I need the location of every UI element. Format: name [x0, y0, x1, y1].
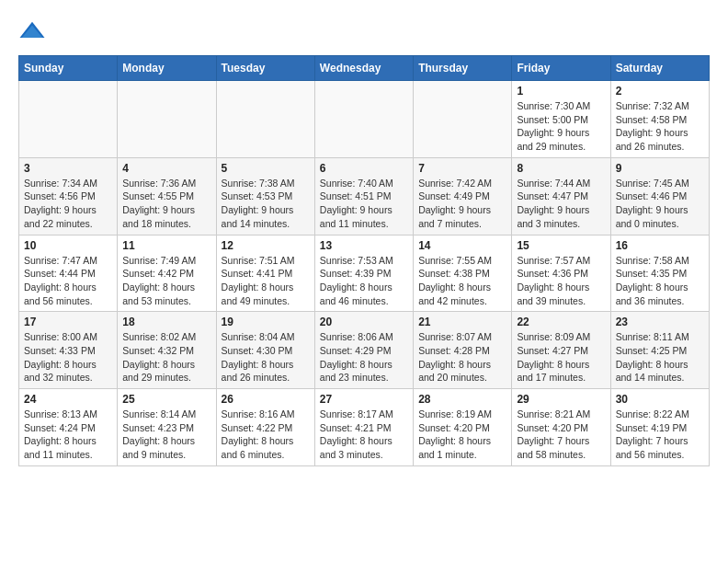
calendar-cell: 11Sunrise: 7:49 AM Sunset: 4:42 PM Dayli… [118, 235, 216, 312]
calendar-cell: 2Sunrise: 7:32 AM Sunset: 4:58 PM Daylig… [610, 81, 709, 158]
calendar-cell: 3Sunrise: 7:34 AM Sunset: 4:56 PM Daylig… [19, 157, 118, 235]
calendar-cell: 16Sunrise: 7:58 AM Sunset: 4:35 PM Dayli… [610, 235, 709, 312]
calendar-cell: 29Sunrise: 8:21 AM Sunset: 4:20 PM Dayli… [512, 389, 610, 466]
day-number: 14 [418, 239, 506, 252]
day-number: 18 [122, 316, 210, 328]
week-row: 17Sunrise: 8:00 AM Sunset: 4:33 PM Dayli… [19, 312, 710, 389]
calendar-table: SundayMondayTuesdayWednesdayThursdayFrid… [18, 55, 710, 466]
calendar-cell [314, 81, 413, 158]
day-number: 30 [616, 393, 704, 406]
calendar-cell: 12Sunrise: 7:51 AM Sunset: 4:41 PM Dayli… [216, 235, 314, 312]
day-info: Sunrise: 8:17 AM Sunset: 4:21 PM Dayligh… [320, 408, 408, 462]
day-info: Sunrise: 7:57 AM Sunset: 4:36 PM Dayligh… [517, 254, 605, 308]
day-info: Sunrise: 8:09 AM Sunset: 4:27 PM Dayligh… [517, 330, 605, 385]
day-info: Sunrise: 7:47 AM Sunset: 4:44 PM Dayligh… [24, 254, 112, 308]
calendar-cell: 15Sunrise: 7:57 AM Sunset: 4:36 PM Dayli… [512, 235, 610, 312]
calendar-cell: 27Sunrise: 8:17 AM Sunset: 4:21 PM Dayli… [314, 389, 413, 466]
week-row: 3Sunrise: 7:34 AM Sunset: 4:56 PM Daylig… [19, 157, 710, 235]
day-number: 9 [616, 162, 704, 175]
day-info: Sunrise: 7:51 AM Sunset: 4:41 PM Dayligh… [222, 254, 310, 308]
day-number: 10 [24, 239, 112, 252]
day-number: 21 [418, 316, 506, 328]
day-info: Sunrise: 8:00 AM Sunset: 4:33 PM Dayligh… [24, 330, 112, 385]
day-number: 7 [418, 162, 506, 175]
day-number: 26 [222, 393, 310, 406]
day-number: 28 [418, 393, 506, 406]
day-number: 11 [122, 239, 210, 252]
day-number: 24 [24, 393, 112, 406]
day-info: Sunrise: 8:04 AM Sunset: 4:30 PM Dayligh… [222, 330, 310, 385]
calendar-cell: 13Sunrise: 7:53 AM Sunset: 4:39 PM Dayli… [314, 235, 413, 312]
day-number: 19 [222, 316, 310, 328]
day-number: 6 [320, 162, 408, 175]
day-info: Sunrise: 8:16 AM Sunset: 4:22 PM Dayligh… [222, 408, 310, 462]
calendar-cell: 20Sunrise: 8:06 AM Sunset: 4:29 PM Dayli… [314, 312, 413, 389]
day-info: Sunrise: 7:55 AM Sunset: 4:38 PM Dayligh… [418, 254, 506, 308]
weekday-header: Wednesday [314, 56, 413, 81]
day-info: Sunrise: 8:22 AM Sunset: 4:19 PM Dayligh… [616, 408, 704, 462]
weekday-header: Tuesday [216, 56, 314, 81]
day-info: Sunrise: 7:38 AM Sunset: 4:53 PM Dayligh… [222, 177, 310, 231]
weekday-header: Monday [118, 56, 216, 81]
calendar-cell: 1Sunrise: 7:30 AM Sunset: 5:00 PM Daylig… [512, 81, 610, 158]
day-number: 29 [517, 393, 605, 406]
week-row: 10Sunrise: 7:47 AM Sunset: 4:44 PM Dayli… [19, 235, 710, 312]
calendar-cell: 10Sunrise: 7:47 AM Sunset: 4:44 PM Dayli… [19, 235, 118, 312]
weekday-header: Sunday [19, 56, 118, 81]
day-info: Sunrise: 7:32 AM Sunset: 4:58 PM Dayligh… [616, 99, 704, 154]
logo-icon [18, 18, 46, 46]
calendar-cell: 24Sunrise: 8:13 AM Sunset: 4:24 PM Dayli… [19, 389, 118, 466]
calendar-cell [216, 81, 314, 158]
day-number: 20 [320, 316, 408, 328]
weekday-header: Saturday [610, 56, 709, 81]
week-row: 24Sunrise: 8:13 AM Sunset: 4:24 PM Dayli… [19, 389, 710, 466]
day-info: Sunrise: 7:36 AM Sunset: 4:55 PM Dayligh… [122, 177, 210, 231]
calendar-cell: 21Sunrise: 8:07 AM Sunset: 4:28 PM Dayli… [414, 312, 512, 389]
day-number: 2 [616, 85, 704, 98]
day-info: Sunrise: 7:34 AM Sunset: 4:56 PM Dayligh… [24, 177, 112, 231]
day-number: 15 [517, 239, 605, 252]
calendar-cell: 6Sunrise: 7:40 AM Sunset: 4:51 PM Daylig… [314, 157, 413, 235]
calendar-body: 1Sunrise: 7:30 AM Sunset: 5:00 PM Daylig… [19, 81, 710, 466]
page-header [18, 18, 710, 46]
day-number: 13 [320, 239, 408, 252]
calendar-cell: 18Sunrise: 8:02 AM Sunset: 4:32 PM Dayli… [118, 312, 216, 389]
calendar-cell [19, 81, 118, 158]
day-info: Sunrise: 7:49 AM Sunset: 4:42 PM Dayligh… [122, 254, 210, 308]
day-info: Sunrise: 7:53 AM Sunset: 4:39 PM Dayligh… [320, 254, 408, 308]
day-number: 8 [517, 162, 605, 175]
day-info: Sunrise: 8:02 AM Sunset: 4:32 PM Dayligh… [122, 330, 210, 385]
calendar-cell: 8Sunrise: 7:44 AM Sunset: 4:47 PM Daylig… [512, 157, 610, 235]
calendar-cell: 23Sunrise: 8:11 AM Sunset: 4:25 PM Dayli… [610, 312, 709, 389]
day-number: 3 [24, 162, 112, 175]
calendar-cell: 17Sunrise: 8:00 AM Sunset: 4:33 PM Dayli… [19, 312, 118, 389]
weekday-header: Thursday [414, 56, 512, 81]
day-info: Sunrise: 8:11 AM Sunset: 4:25 PM Dayligh… [616, 330, 704, 385]
day-number: 12 [222, 239, 310, 252]
day-info: Sunrise: 8:19 AM Sunset: 4:20 PM Dayligh… [418, 408, 506, 462]
calendar-header: SundayMondayTuesdayWednesdayThursdayFrid… [19, 56, 710, 81]
calendar-cell: 25Sunrise: 8:14 AM Sunset: 4:23 PM Dayli… [118, 389, 216, 466]
day-info: Sunrise: 7:30 AM Sunset: 5:00 PM Dayligh… [517, 99, 605, 154]
day-info: Sunrise: 7:45 AM Sunset: 4:46 PM Dayligh… [616, 177, 704, 231]
calendar-cell: 19Sunrise: 8:04 AM Sunset: 4:30 PM Dayli… [216, 312, 314, 389]
calendar-cell: 7Sunrise: 7:42 AM Sunset: 4:49 PM Daylig… [414, 157, 512, 235]
day-number: 4 [122, 162, 210, 175]
weekday-header: Friday [512, 56, 610, 81]
day-info: Sunrise: 7:40 AM Sunset: 4:51 PM Dayligh… [320, 177, 408, 231]
day-number: 5 [222, 162, 310, 175]
day-number: 25 [122, 393, 210, 406]
calendar-cell: 26Sunrise: 8:16 AM Sunset: 4:22 PM Dayli… [216, 389, 314, 466]
weekday-row: SundayMondayTuesdayWednesdayThursdayFrid… [19, 56, 710, 81]
calendar-cell [414, 81, 512, 158]
logo [18, 18, 50, 46]
day-number: 1 [517, 85, 605, 98]
day-info: Sunrise: 8:06 AM Sunset: 4:29 PM Dayligh… [320, 330, 408, 385]
calendar-cell: 14Sunrise: 7:55 AM Sunset: 4:38 PM Dayli… [414, 235, 512, 312]
day-info: Sunrise: 8:07 AM Sunset: 4:28 PM Dayligh… [418, 330, 506, 385]
day-number: 17 [24, 316, 112, 328]
calendar-cell: 22Sunrise: 8:09 AM Sunset: 4:27 PM Dayli… [512, 312, 610, 389]
day-number: 22 [517, 316, 605, 328]
day-number: 23 [616, 316, 704, 328]
calendar-cell: 28Sunrise: 8:19 AM Sunset: 4:20 PM Dayli… [414, 389, 512, 466]
